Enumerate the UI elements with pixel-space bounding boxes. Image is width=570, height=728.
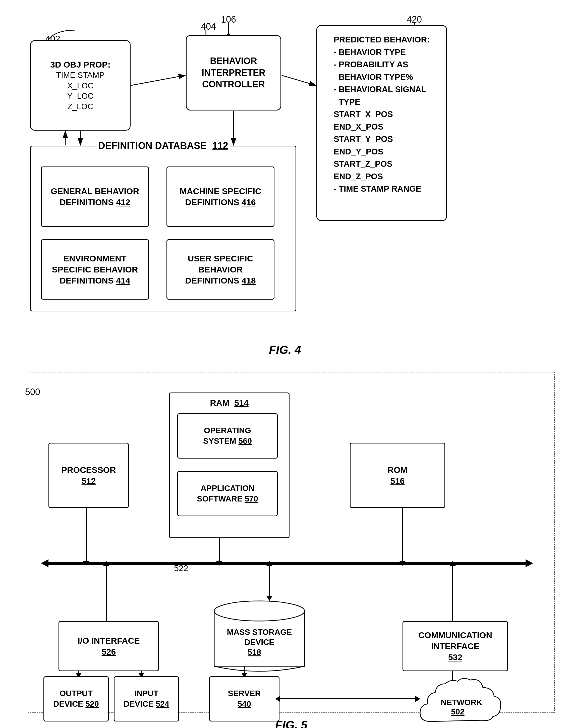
box-mass-storage: MASS STORAGE DEVICE 518 [212,596,307,677]
defdb-label: DEFINITION DATABASE 112 [96,141,231,151]
box-ram-outer: RAM 514 OPERATING SYSTEM 560 APPLICATION… [169,393,290,538]
svg-text:NETWORK: NETWORK [441,698,482,707]
svg-marker-29 [216,561,222,566]
svg-text:DEVICE: DEVICE [244,638,274,647]
svg-marker-37 [266,561,272,566]
box-processor: PROCESSOR 512 [48,443,129,508]
svg-marker-32 [399,561,405,566]
svg-marker-40 [450,561,456,566]
box-behavior-interpreter: BEHAVIOR INTERPRETER CONTROLLER [186,35,281,110]
svg-text:106: 106 [221,14,236,25]
box-predicted-behavior: PREDICTED BEHAVIOR: - BEHAVIOR TYPE - PR… [316,25,447,221]
fig5-diagram: 522 534 PROCESSOR 512 RAM 514 OPERATING … [28,372,555,713]
svg-point-54 [214,601,305,621]
box-machine-specific: MACHINE SPECIFIC DEFINITIONS 416 [167,167,274,227]
box-server: SERVER 540 [209,676,279,721]
svg-line-16 [282,75,316,85]
svg-marker-34 [103,561,109,566]
fig4-diagram: 402 3D OBJ PROP: TIME STAMP X_LOC Y_LOC … [15,10,555,356]
box-environment-specific: ENVIRONMENT SPECIFIC BEHAVIOR DEFINITION… [41,239,149,300]
ref-522-label: 522 [174,563,188,573]
svg-line-12 [131,75,185,85]
svg-text:502: 502 [451,707,464,716]
fig4-caption: FIG. 4 [269,343,301,356]
box-appsw: APPLICATION SOFTWARE 570 [177,471,278,516]
svg-marker-22 [41,559,48,567]
svg-text:404: 404 [201,21,216,32]
svg-text:518: 518 [248,648,261,657]
svg-marker-23 [526,559,533,567]
box-comm-interface: COMMUNICATION INTERFACE 532 [402,621,508,671]
fig5-wrapper: 500 [15,372,567,728]
svg-text:MASS STORAGE: MASS STORAGE [227,628,292,637]
box-os: OPERATING SYSTEM 560 [177,413,278,459]
box-general-behavior: GENERAL BEHAVIOR DEFINITIONS 412 [41,167,149,227]
box-user-specific: USER SPECIFIC BEHAVIOR DEFINITIONS 418 [167,239,274,300]
box-rom: ROM 516 [350,443,445,508]
box-3d-obj-prop: 3D OBJ PROP: TIME STAMP X_LOC Y_LOC Z_LO… [30,40,130,131]
box-input-device: INPUT DEVICE 524 [114,676,179,721]
svg-marker-26 [83,561,89,566]
box-io-interface: I/O INTERFACE 526 [58,621,159,671]
box-output-device: OUTPUT DEVICE 520 [43,676,109,721]
box-network: NETWORK 502 [415,674,506,728]
svg-text:420: 420 [407,14,422,25]
definition-database: DEFINITION DATABASE 112 GENERAL BEHAVIOR… [30,146,296,311]
